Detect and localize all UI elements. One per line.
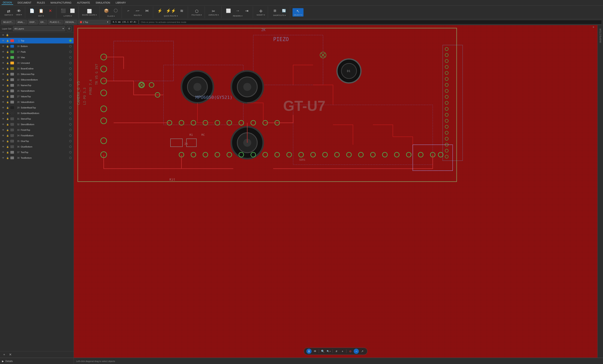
quick-route-button[interactable]: ⚡ <box>156 8 164 14</box>
layer-lock-silkscreenbottom[interactable]: 🔓 <box>6 79 9 81</box>
canvas-route-button[interactable]: → <box>354 349 359 354</box>
all-lock-toggle[interactable]: 🔒 <box>6 34 9 36</box>
layer-dropdown[interactable]: 1 Top ▾ <box>78 20 110 24</box>
layer-item-namesbottom[interactable]: 👁 🔓 26 NamesBottom <box>0 88 74 94</box>
menu-item-design[interactable]: DESIGN <box>2 1 13 5</box>
route-single-button[interactable]: ⌐ <box>124 8 133 13</box>
layer-lock-testtop[interactable]: 🔓 <box>6 151 9 153</box>
layer-radio-stenciltop[interactable] <box>69 118 72 120</box>
layer-settings-button[interactable]: ⚙ <box>67 26 72 31</box>
layer-lock-stencilbottom[interactable]: 🔓 <box>6 123 9 125</box>
layer-item-stenciltop[interactable]: 👁 🔓 31 StencilTop <box>0 116 74 122</box>
layer-radio-finishbottom[interactable] <box>69 134 72 137</box>
select-button[interactable]: ↖ SELECT ▾ <box>292 8 303 17</box>
layer-item-pads[interactable]: 👁 🔓 17 Pads <box>0 49 74 55</box>
remove-layer-button[interactable]: ✕ <box>8 353 12 357</box>
layer-eye-silkscreenbottom[interactable]: 👁 <box>2 78 5 81</box>
pcb-board[interactable]: CAMERA_G V5 LI-PO 3.3 PYRO 7.4 TR V5 G 3… <box>74 25 597 358</box>
menu-item-rules[interactable]: RULES <box>36 1 46 5</box>
modify-button[interactable]: ✛ MODIFY ▾ <box>255 8 266 17</box>
add-layer-button[interactable]: + <box>2 353 6 357</box>
layer-item-testbottom[interactable]: 👁 🔓 38 TestBottom <box>0 155 74 161</box>
menu-item-document[interactable]: DOCUMENT <box>16 1 33 5</box>
layers-button[interactable]: ⬛ <box>59 8 68 14</box>
rework-btn3[interactable]: ⇥ <box>243 8 251 14</box>
canvas-export-button[interactable]: ↗ <box>360 349 365 354</box>
layer-radio-boardoutline[interactable] <box>69 67 72 70</box>
layer-eye-soldermaskbottom[interactable]: 👁 <box>2 112 5 115</box>
layer-radio-soldermaskbottom[interactable] <box>69 112 72 114</box>
layer-lock-top[interactable]: 🔓 <box>6 40 9 42</box>
layer-radio-vias[interactable] <box>69 56 72 59</box>
quick-route-btn3[interactable]: ≋ <box>177 8 186 14</box>
menu-item-simulation[interactable]: SIMULATION <box>94 1 111 5</box>
layer-lock-boardoutline[interactable]: 🔓 <box>6 68 9 70</box>
layer-item-top[interactable]: 👁 🔓 1 Top <box>0 38 74 44</box>
layer-item-testtop[interactable]: 👁 🔓 37 TestTop <box>0 149 74 155</box>
layer-lock-gluetop[interactable]: 🔓 <box>6 140 9 142</box>
layer-eye-valuesbottom[interactable]: 👁 <box>2 101 5 103</box>
layer-radio-unrouted[interactable] <box>69 62 72 64</box>
layer-radio-top[interactable] <box>69 39 72 42</box>
layer-item-valuesbottom[interactable]: 👁 🔓 28 ValuesBottom <box>0 99 74 105</box>
layer-lock-valuesbottom[interactable]: 🔓 <box>6 101 9 103</box>
layer-eye-silkscreentop[interactable]: 👁 <box>2 73 5 76</box>
layer-radio-gluetop[interactable] <box>69 140 72 142</box>
place-comp-button[interactable]: 📦 <box>102 7 111 14</box>
anal-btn[interactable]: ANAL... <box>16 20 27 24</box>
layer-lock-finishtop[interactable]: 🔓 <box>6 129 9 131</box>
quick-route-btn2[interactable]: ⚡⚡ <box>165 8 177 14</box>
command-line-input[interactable] <box>139 20 602 24</box>
top-right-icon[interactable]: ⊕ <box>593 26 594 28</box>
layer-radio-namesbottom[interactable] <box>69 90 72 92</box>
place-btn2[interactable]: 〇 <box>111 7 120 14</box>
layer-eye-bottom[interactable]: 👁 <box>2 45 5 48</box>
shortcuts-btn2[interactable]: 🔄 <box>279 8 288 13</box>
layer-radio-testtop[interactable] <box>69 151 72 153</box>
canvas-view-button[interactable]: 👁 <box>313 349 318 354</box>
layers-2-button[interactable]: ⬜ <box>68 8 77 14</box>
layer-lock-valuestop[interactable]: 🔓 <box>6 95 9 98</box>
layer-eye-finishtop[interactable]: 👁 <box>2 129 5 131</box>
shortcuts-btn1[interactable]: ⊞ <box>270 8 279 13</box>
select-btn[interactable]: SELECT... <box>1 20 15 24</box>
layer-lock-finishbottom[interactable]: 🔓 <box>6 135 9 137</box>
canvas-zoom-in-button[interactable]: 🔍+ <box>326 349 331 354</box>
layer-eye-stencilbottom[interactable]: 👁 <box>2 123 5 126</box>
layer-radio-pads[interactable] <box>69 51 72 53</box>
layer-eye-testbottom[interactable]: 👁 <box>2 157 5 159</box>
copy-button[interactable]: 📋 <box>37 8 46 14</box>
layer-item-boardoutline[interactable]: 👁 🔓 20 BoardOutline <box>0 66 74 71</box>
layer-item-finishbottom[interactable]: 👁 🔓 34 FinishBottom <box>0 133 74 138</box>
layer-radio-finishtop[interactable] <box>69 129 72 131</box>
all-visibility-toggle[interactable]: 👁 <box>2 34 4 36</box>
layer-item-soldermasktop[interactable]: 👁 🔓 29 SolderMaskTop <box>0 105 74 110</box>
layer-eye-finishbottom[interactable]: 👁 <box>2 134 5 137</box>
canvas-stop-button[interactable]: ⊖ <box>348 349 353 354</box>
layer-item-silkscreentop[interactable]: 👁 🔓 21 SilkscreenTop <box>0 71 74 77</box>
layer-radio-silkscreenbottom[interactable] <box>69 79 72 81</box>
layer-eye-soldermasktop[interactable]: 👁 <box>2 106 5 109</box>
layer-eye-testtop[interactable]: 👁 <box>2 151 5 154</box>
layer-lock-silkscreentop[interactable]: 🔓 <box>6 73 9 75</box>
canvas-add-button[interactable]: + <box>340 349 345 354</box>
layer-radio-valuestop[interactable] <box>69 95 72 98</box>
layer-radio-testbottom[interactable] <box>69 157 72 159</box>
canvas-info-button[interactable]: ℹ <box>306 349 312 354</box>
layer-radio-namestop[interactable] <box>69 84 72 87</box>
polygon-button[interactable]: ⬡ POLYGON ▾ <box>190 8 203 17</box>
menu-item-manufacturing[interactable]: MANUFACTURING <box>49 1 73 5</box>
layer-eye-stenciltop[interactable]: 👁 <box>2 117 5 120</box>
layer-eye-namestop[interactable]: 👁 <box>2 84 5 87</box>
layer-item-gluebottom[interactable]: 👁 🔓 36 GlueBottom <box>0 144 74 149</box>
layer-eye-namesbottom[interactable]: 👁 <box>2 90 5 92</box>
layer-eye-top[interactable]: 👁 <box>2 39 5 42</box>
layer-lock-vias[interactable]: 🔓 <box>6 57 9 59</box>
route-split-button[interactable]: ⋈ <box>143 8 151 13</box>
canvas-zoom-out-button[interactable]: 🔍 <box>320 349 325 354</box>
layer-item-stencilbottom[interactable]: 👁 🔓 32 StencilBottom <box>0 122 74 127</box>
route-multi-button[interactable]: ⌐⌐ <box>133 8 142 13</box>
layer-item-valuestop[interactable]: 👁 🔓 27 ValuesTop <box>0 94 74 99</box>
layer-lock-soldermaskbottom[interactable]: 🔓 <box>6 112 9 114</box>
layer-item-silkscreenbottom[interactable]: 👁 🔓 22 SilkscreenBottom <box>0 77 74 82</box>
